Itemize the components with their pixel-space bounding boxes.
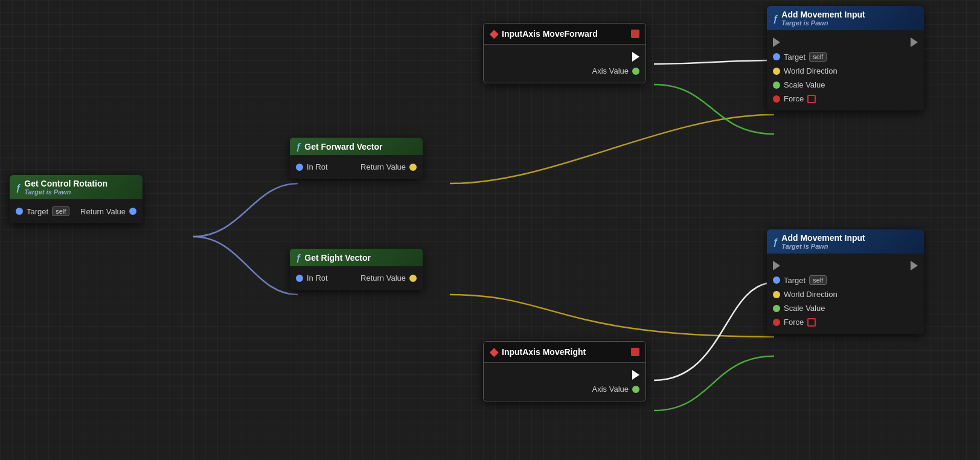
scale-val-row: Scale Value xyxy=(767,301,924,315)
self-badge: self xyxy=(809,52,827,62)
target-row: Target self Return Value xyxy=(10,204,143,219)
function-icon: ƒ xyxy=(773,237,778,247)
node-title: InputAxis MoveForward xyxy=(502,29,598,39)
exec-out-pin[interactable] xyxy=(632,370,639,380)
target-row: Target self xyxy=(767,50,924,64)
close-icon[interactable] xyxy=(631,30,639,38)
target-pin[interactable] xyxy=(16,208,23,215)
force-row: Force xyxy=(767,92,924,106)
node-subtitle: Target is Pawn xyxy=(24,188,107,196)
axis-pin[interactable] xyxy=(632,68,639,75)
return-label: Return Value xyxy=(360,162,406,171)
axis-label: Axis Value xyxy=(592,385,629,394)
scale-label: Scale Value xyxy=(784,80,825,89)
world-dir-row: World Direction xyxy=(767,64,924,78)
target-row: Target self xyxy=(767,273,924,287)
diamond-icon: ◆ xyxy=(490,27,498,40)
node-title: Get Control Rotation xyxy=(24,179,107,188)
get-right-vector-node: ƒ Get Right Vector In Rot Return Value xyxy=(290,249,423,290)
target-label: Target xyxy=(784,53,805,62)
exec-row xyxy=(767,258,924,273)
force-pin[interactable] xyxy=(773,319,780,326)
force-label: Force xyxy=(784,94,804,103)
return-pin[interactable] xyxy=(409,164,417,171)
exec-out-pin[interactable] xyxy=(632,52,639,62)
node-title: InputAxis MoveRight xyxy=(502,347,586,357)
function-icon: ƒ xyxy=(773,13,778,24)
node-title: Add Movement Input xyxy=(781,233,865,243)
inrot-row: In Rot Return Value xyxy=(290,271,423,285)
function-icon: ƒ xyxy=(296,141,301,152)
inrot-pin[interactable] xyxy=(296,164,303,171)
return-pin[interactable] xyxy=(129,208,136,215)
axis-pin[interactable] xyxy=(632,386,639,393)
scale-pin[interactable] xyxy=(773,81,780,89)
axis-label: Axis Value xyxy=(592,66,629,75)
diamond-icon: ◆ xyxy=(490,345,498,359)
scale-val-row: Scale Value xyxy=(767,78,924,92)
force-row: Force xyxy=(767,315,924,329)
scale-label: Scale Value xyxy=(784,304,825,313)
exec-in-pin[interactable] xyxy=(773,37,780,47)
force-label: Force xyxy=(784,318,804,327)
target-label: Target xyxy=(784,276,805,285)
target-pin[interactable] xyxy=(773,276,780,284)
world-dir-pin[interactable] xyxy=(773,291,780,298)
node-subtitle: Target is Pawn xyxy=(781,19,865,27)
inrot-pin[interactable] xyxy=(296,275,303,282)
node-title: Get Right Vector xyxy=(304,253,371,263)
world-dir-pin[interactable] xyxy=(773,68,780,75)
node-title: Add Movement Input xyxy=(781,10,865,19)
exec-out-row xyxy=(484,368,645,382)
world-dir-row: World Direction xyxy=(767,287,924,301)
exec-out-pin[interactable] xyxy=(911,37,918,47)
inrot-label: In Rot xyxy=(307,273,328,283)
exec-in-pin[interactable] xyxy=(773,261,780,270)
scale-pin[interactable] xyxy=(773,305,780,312)
inrot-row: In Rot Return Value xyxy=(290,160,423,174)
world-dir-label: World Direction xyxy=(784,290,837,299)
exec-out-pin[interactable] xyxy=(911,261,918,270)
exec-out-row xyxy=(484,50,645,64)
get-forward-vector-node: ƒ Get Forward Vector In Rot Return Value xyxy=(290,138,423,179)
function-icon: ƒ xyxy=(16,182,21,193)
return-pin[interactable] xyxy=(409,275,417,282)
input-axis-move-forward-node: ◆ InputAxis MoveForward Axis Value xyxy=(483,23,646,83)
function-icon: ƒ xyxy=(296,252,301,263)
force-checkbox[interactable] xyxy=(807,95,816,103)
axis-value-row: Axis Value xyxy=(484,64,645,78)
inrot-label: In Rot xyxy=(307,162,328,171)
node-title: Get Forward Vector xyxy=(304,142,382,152)
close-icon[interactable] xyxy=(631,348,639,356)
axis-value-row: Axis Value xyxy=(484,382,645,396)
target-pin[interactable] xyxy=(773,53,780,60)
world-dir-label: World Direction xyxy=(784,66,837,75)
self-badge: self xyxy=(52,206,69,216)
add-movement-input-1-node: ƒ Add Movement Input Target is Pawn Targ… xyxy=(767,6,924,110)
self-badge: self xyxy=(809,275,827,285)
force-checkbox[interactable] xyxy=(807,318,816,327)
input-axis-move-right-node: ◆ InputAxis MoveRight Axis Value xyxy=(483,341,646,401)
node-subtitle: Target is Pawn xyxy=(781,243,865,250)
return-label: Return Value xyxy=(360,273,406,283)
add-movement-input-2-node: ƒ Add Movement Input Target is Pawn Targ… xyxy=(767,229,924,334)
force-pin[interactable] xyxy=(773,95,780,103)
return-label: Return Value xyxy=(80,207,126,216)
exec-row xyxy=(767,35,924,50)
get-control-rotation-node: ƒ Get Control Rotation Target is Pawn Ta… xyxy=(10,175,143,223)
target-label: Target xyxy=(27,207,48,216)
